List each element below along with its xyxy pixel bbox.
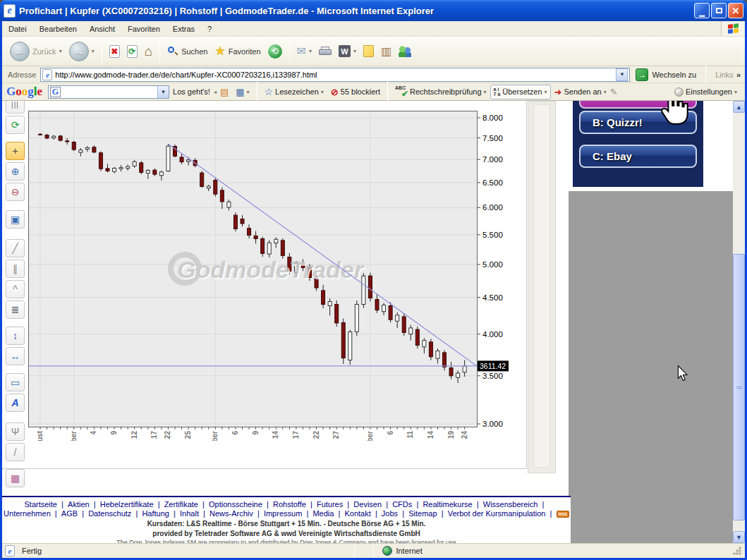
close-button[interactable]: ✕ <box>728 3 743 18</box>
menu-?[interactable]: ? <box>201 23 218 35</box>
apps-icon[interactable]: ▦▾ <box>232 85 253 99</box>
google-search-dropdown-icon[interactable]: ▼ <box>157 86 169 98</box>
text-tool-button[interactable]: A <box>6 394 25 412</box>
footer-link-impressum[interactable]: Impressum <box>264 509 302 518</box>
pitchfork-tool-button[interactable]: Ψ <box>6 422 25 441</box>
columns-tool-button[interactable]: ||| <box>6 101 25 114</box>
line-tool-button[interactable]: / <box>6 443 25 461</box>
channel-tool-button[interactable]: ∥ <box>6 260 25 278</box>
menu-extras[interactable]: Extras <box>166 23 201 35</box>
vertical-line-tool-button[interactable]: ↕ <box>6 327 25 345</box>
crosshair-tool-button[interactable]: + <box>6 142 25 160</box>
footer-link-sitemap[interactable]: Sitemap <box>408 509 437 518</box>
menu-ansicht[interactable]: Ansicht <box>83 23 121 35</box>
footer-link-kontakt[interactable]: Kontakt <box>344 509 370 518</box>
scroll-thumb[interactable] <box>733 254 745 521</box>
scroll-down-button[interactable]: ▼ <box>733 531 745 543</box>
notes-button[interactable] <box>360 43 377 59</box>
bookmarks-button[interactable]: ☆ Lesezeichen▾ <box>261 85 327 99</box>
menu-favoriten[interactable]: Favoriten <box>121 23 166 35</box>
messenger-button[interactable] <box>395 44 415 59</box>
footer-link-devisen[interactable]: Devisen <box>353 500 382 509</box>
research-button[interactable]: ▥ <box>377 42 395 60</box>
footer-link-jobs[interactable]: Jobs <box>382 509 398 518</box>
footer-link-zertifikate[interactable]: Zertifikate <box>164 500 198 509</box>
google-search-combo[interactable]: G ▼ <box>48 85 169 99</box>
spellcheck-icon: ABC✔ <box>395 87 408 97</box>
menu-bearbeiten[interactable]: Bearbeiten <box>33 23 83 35</box>
gallery-icon[interactable]: ▤ <box>217 85 232 99</box>
footer-link-inhalt[interactable]: Inhalt <box>180 509 199 518</box>
back-button[interactable]: ← Zurück ▾ <box>6 39 66 63</box>
footer-link-realtimekurse[interactable]: Realtimekurse <box>423 500 472 509</box>
send-to-button[interactable]: ➜ Senden an▾ <box>551 85 610 99</box>
minimize-button[interactable]: ▁ <box>694 3 710 18</box>
ad-button-a[interactable] <box>579 101 697 109</box>
rectangle-tool-button[interactable]: ▭ <box>6 373 25 391</box>
footer-link-startseite[interactable]: Startseite <box>24 500 56 509</box>
footer-link-unternehmen[interactable]: Unternehmen <box>4 509 51 518</box>
zoom-out-tool-button[interactable]: ⊖ <box>6 183 25 201</box>
popup-blocker-button[interactable]: ⊘ 55 blockiert <box>327 85 384 99</box>
rss-icon[interactable]: RSS <box>557 511 569 518</box>
address-input[interactable]: e http://www.godmode-trader.de/de/chart/… <box>40 68 630 82</box>
spellcheck-button[interactable]: ABC✔ Rechtschreibprüfung▾ <box>391 85 490 98</box>
send-arrow-icon: ➜ <box>554 87 562 97</box>
svg-text:6.000: 6.000 <box>482 203 503 212</box>
source-line2: provided by Teletrader Software AG & wwd… <box>2 530 571 537</box>
go-button[interactable]: Wechseln zu <box>652 71 696 79</box>
vertical-scrollbar[interactable]: ▲ ▼ <box>733 101 745 543</box>
resize-grip[interactable] <box>732 546 742 556</box>
links-chevron-icon[interactable]: » <box>736 71 741 79</box>
footer-link-aktien[interactable]: Aktien <box>68 500 90 509</box>
footer-link-news-archiv[interactable]: News-Archiv <box>209 509 253 518</box>
refresh-tool-button[interactable]: ⟳ <box>6 116 25 134</box>
settings-button[interactable]: Einstellungen▾ <box>671 86 741 98</box>
address-dropdown-icon[interactable]: ▼ <box>616 68 628 81</box>
forward-dropdown-icon[interactable]: ▾ <box>92 48 95 54</box>
history-button[interactable]: ⟲ <box>265 42 286 61</box>
stop-button[interactable]: ✖ <box>106 43 123 60</box>
print-button[interactable] <box>315 44 335 59</box>
ie-toolbar: ← Zurück ▾ → ▾ ✖ ⟳ ⌂ Suchen ★ Favoriten … <box>2 37 745 66</box>
palette-tool-button[interactable]: ▦ <box>6 469 25 487</box>
search-button[interactable]: Suchen <box>164 44 211 59</box>
fibonacci-tool-button[interactable]: ≣ <box>6 300 25 319</box>
svg-text:12: 12 <box>130 431 138 439</box>
ad-button-ebay[interactable]: C: Ebay <box>579 145 697 168</box>
refresh-button[interactable]: ⟳ <box>123 43 141 60</box>
price-chart[interactable]: 8.0007.5007.0006.5006.0005.5005.0004.500… <box>28 106 522 441</box>
favorites-button[interactable]: ★ Favoriten <box>211 42 264 61</box>
footer-link-haftung[interactable]: Haftung <box>142 509 169 518</box>
footer-link-wissensbereich[interactable]: Wissensbereich <box>483 500 538 509</box>
chart-window-tool-button[interactable]: ▣ <box>6 210 25 229</box>
maximize-button[interactable] <box>711 3 727 18</box>
footer-link-cfds[interactable]: CFDs <box>392 500 412 509</box>
google-search-input[interactable] <box>62 87 157 97</box>
google-go-button[interactable]: Los geht's! <box>169 86 214 97</box>
footer-link-hebelzertifikate[interactable]: Hebelzertifikate <box>100 500 154 509</box>
trendline-tool-button[interactable]: ╱ <box>6 239 25 257</box>
forward-button[interactable]: → ▾ <box>66 39 98 63</box>
ad-button-quizzr[interactable]: B: Quizzr! <box>579 111 697 134</box>
angle-tool-button[interactable]: ^ <box>6 280 25 298</box>
home-button[interactable]: ⌂ <box>141 42 156 61</box>
mail-button[interactable]: ✉▾ <box>293 42 315 60</box>
footer-link-datenschutz[interactable]: Datenschutz <box>88 509 131 518</box>
footer-link-optionsscheine[interactable]: Optionsscheine <box>209 500 262 509</box>
go-icon[interactable]: → <box>636 68 648 81</box>
links-label[interactable]: Links <box>715 71 734 79</box>
horizontal-line-tool-button[interactable]: ↔ <box>6 347 25 365</box>
menu-datei[interactable]: Datei <box>2 23 33 35</box>
scroll-up-button[interactable]: ▲ <box>733 101 745 113</box>
translate-button[interactable]: a í 7 à Übersetzen▾ <box>490 85 551 99</box>
footer-link-rohstoffe[interactable]: Rohstoffe <box>273 500 306 509</box>
footer-link-agb[interactable]: AGB <box>61 509 78 518</box>
zoom-in-tool-button[interactable]: ⊕ <box>6 162 25 181</box>
footer-link-verbot-der-kursmanipulation[interactable]: Verbot der Kursmanipulation <box>448 509 546 518</box>
footer-link-media[interactable]: Media <box>312 509 334 518</box>
back-dropdown-icon[interactable]: ▾ <box>59 48 62 54</box>
highlighter-icon[interactable]: ✎ <box>610 87 618 97</box>
edit-word-button[interactable]: W▾ <box>335 43 360 59</box>
footer-link-futures[interactable]: Futures <box>317 500 343 509</box>
